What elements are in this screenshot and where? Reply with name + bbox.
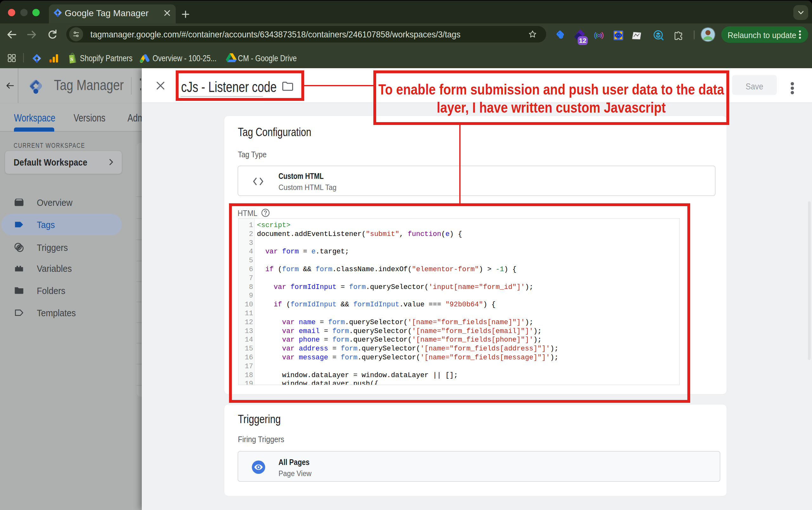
svg-text:12: 12 (579, 37, 586, 44)
svg-text:S: S (70, 57, 73, 62)
